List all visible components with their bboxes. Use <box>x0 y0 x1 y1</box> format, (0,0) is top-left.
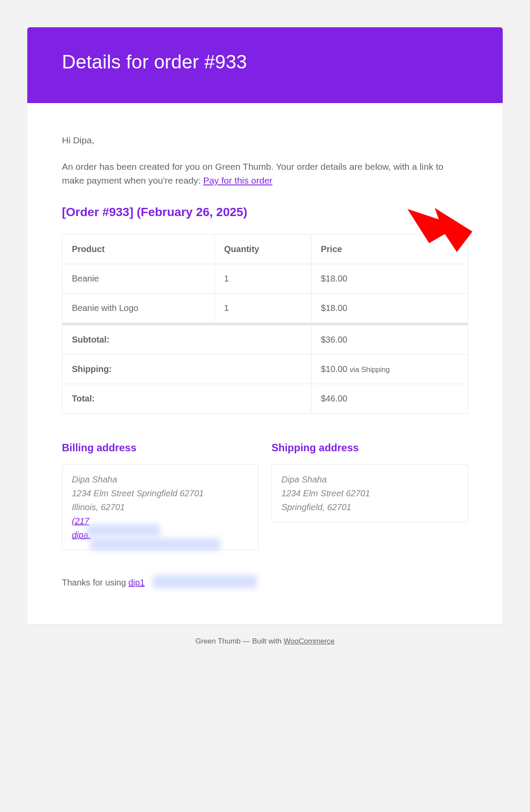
billing-heading: Billing address <box>62 440 259 456</box>
shipping-heading: Shipping address <box>271 440 468 456</box>
total-value: $46.00 <box>311 384 468 414</box>
cell-price: $18.00 <box>311 294 468 324</box>
pay-for-order-link[interactable]: Pay for this order <box>203 175 272 185</box>
greeting-text: Hi Dipa, <box>62 133 468 148</box>
table-header-row: Product Quantity Price <box>62 235 468 264</box>
footer-brand: Green Thumb <box>195 637 241 645</box>
billing-column: Billing address Dipa Shaha 1234 Elm Stre… <box>62 440 259 550</box>
footer-separator: — Built with <box>241 637 284 645</box>
shipping-value: $10.00 <box>321 364 347 374</box>
thanks-link[interactable]: dip1 <box>128 578 145 587</box>
billing-name: Dipa Shaha <box>72 472 249 486</box>
total-row: Total: $46.00 <box>62 384 468 414</box>
th-price: Price <box>311 235 468 264</box>
th-quantity: Quantity <box>214 235 311 264</box>
thanks-text: Thanks for using dip1 <box>62 576 468 589</box>
email-title: Details for order #933 <box>62 51 468 73</box>
shipping-value-cell: $10.00 via Shipping <box>311 355 468 384</box>
cell-quantity: 1 <box>214 264 311 294</box>
billing-email-link[interactable]: dipa. <box>72 530 90 540</box>
order-table: Product Quantity Price Beanie 1 $18.00 B… <box>62 234 468 414</box>
redaction-overlay <box>153 575 257 588</box>
intro-text: An order has been created for you on Gre… <box>62 160 468 188</box>
email-header: Details for order #933 <box>27 27 503 103</box>
email-footer: Green Thumb — Built with WooCommerce <box>27 624 503 650</box>
table-row: Beanie with Logo 1 $18.00 <box>62 294 468 324</box>
total-label: Total: <box>62 384 311 414</box>
addresses-section: Billing address Dipa Shaha 1234 Elm Stre… <box>62 440 468 550</box>
email-container: Details for order #933 Hi Dipa, An order… <box>27 27 503 624</box>
shipping-region: Springfield, 62701 <box>281 500 458 514</box>
billing-address-box: Dipa Shaha 1234 Elm Street Springfield 6… <box>62 464 259 550</box>
cell-price: $18.00 <box>311 264 468 294</box>
subtotal-row: Subtotal: $36.00 <box>62 324 468 355</box>
cell-product: Beanie with Logo <box>62 294 215 324</box>
shipping-street: 1234 Elm Street 62701 <box>281 486 458 500</box>
subtotal-value: $36.00 <box>311 324 468 355</box>
billing-region: Illinois, 62701 <box>72 500 249 514</box>
subtotal-label: Subtotal: <box>62 324 311 355</box>
billing-street: 1234 Elm Street Springfield 62701 <box>72 486 249 500</box>
email-body: Hi Dipa, An order has been created for y… <box>27 103 503 624</box>
table-row: Beanie 1 $18.00 <box>62 264 468 294</box>
shipping-column: Shipping address Dipa Shaha 1234 Elm Str… <box>271 440 468 550</box>
shipping-name: Dipa Shaha <box>281 472 458 486</box>
footer-platform-link[interactable]: WooCommerce <box>284 637 335 645</box>
shipping-note-text: via Shipping <box>350 366 390 374</box>
shipping-row: Shipping: $10.00 via Shipping <box>62 355 468 384</box>
cell-quantity: 1 <box>214 294 311 324</box>
shipping-address-box: Dipa Shaha 1234 Elm Street 62701 Springf… <box>271 464 468 522</box>
billing-phone-link[interactable]: (217 <box>72 516 89 526</box>
th-product: Product <box>62 235 215 264</box>
order-heading: [Order #933] (February 26, 2025) <box>62 203 468 221</box>
thanks-prefix: Thanks for using <box>62 578 128 587</box>
shipping-label: Shipping: <box>62 355 311 384</box>
cell-product: Beanie <box>62 264 215 294</box>
